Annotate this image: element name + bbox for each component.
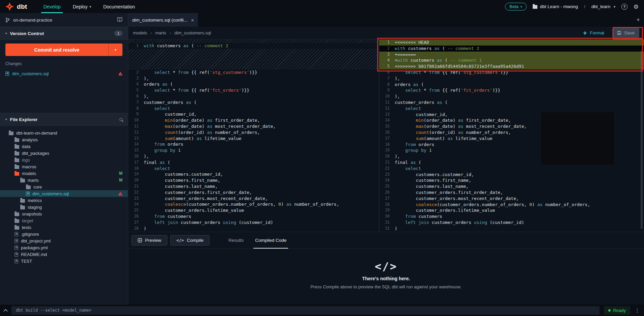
tree-item-dbt-packages[interactable]: dbt_packages xyxy=(0,150,128,156)
kebab-menu-icon[interactable]: ⋮ xyxy=(635,307,640,314)
code-line[interactable]: 1+<<<<<<< HEAD xyxy=(379,39,644,46)
code-line[interactable]: 6), xyxy=(128,93,379,99)
project-selector[interactable]: dbt_learn ▾ xyxy=(591,4,615,9)
code-line[interactable]: 7customer_orders as ( xyxy=(128,99,379,106)
preview-button[interactable]: Preview xyxy=(132,235,167,246)
close-icon[interactable]: × xyxy=(191,17,194,23)
help-icon[interactable]: ? xyxy=(621,4,627,10)
breadcrumb-item[interactable]: dim_customers.sql xyxy=(174,30,211,35)
code-line[interactable]: 22 select xyxy=(379,166,644,172)
code-line[interactable]: 26 customer_orders.first_order_date, xyxy=(379,190,644,196)
tree-item-analysis[interactable]: analysis xyxy=(0,136,128,143)
tab-compiled-code[interactable]: Compiled Code xyxy=(249,232,292,249)
tree-item-metrics[interactable]: metrics xyxy=(0,197,128,204)
code-line[interactable]: 5+>>>>>>> b81f802a66fd544504c65721e3ffaa… xyxy=(379,63,644,69)
tree-item-core[interactable]: core xyxy=(0,183,128,190)
nav-item-develop[interactable]: Develop xyxy=(37,0,66,13)
code-line[interactable]: 1with customers as ( -- comment 2 xyxy=(128,43,379,49)
editor-scrollbar[interactable] xyxy=(641,50,643,229)
tree-item-data[interactable]: data xyxy=(0,143,128,150)
code-line[interactable]: 19 customers.customer_id, xyxy=(128,171,379,177)
code-line[interactable]: 27 customer_orders.most_recent_order_dat… xyxy=(379,196,644,202)
code-line[interactable]: 18 select xyxy=(128,166,379,172)
tree-item-marts[interactable]: martsM xyxy=(0,177,128,183)
tab-dim-customers[interactable]: dim_customers.sql (confli... × xyxy=(128,13,198,27)
code-line[interactable]: 16), xyxy=(128,153,379,160)
save-button[interactable]: Save xyxy=(612,28,639,38)
code-line[interactable]: 2with customers as ( -- comment 2 xyxy=(379,46,644,52)
code-line[interactable]: 28 coalesce(customer_orders.number_of_or… xyxy=(379,202,644,208)
search-icon[interactable] xyxy=(119,118,122,121)
commit-options-chevron[interactable]: ▾ xyxy=(108,44,122,56)
dbt-logo[interactable]: dbt xyxy=(5,0,27,13)
code-line[interactable]: 15 group by 1 xyxy=(128,147,379,153)
command-input[interactable] xyxy=(11,306,599,315)
tree-item--gitignore[interactable]: .gitignore xyxy=(0,231,128,237)
tree-item-staging[interactable]: staging xyxy=(0,204,128,210)
breadcrumb-item[interactable]: models xyxy=(133,30,147,35)
file-explorer-header[interactable]: ▾ File Explorer xyxy=(0,113,128,126)
code-line[interactable]: 29 customer_orders.lifetime_value xyxy=(379,207,644,213)
code-line[interactable]: 11 max(order_date) as most_recent_order_… xyxy=(128,123,379,130)
tree-item-dbt-learn-on-demand[interactable]: dbt-learn-on-demand xyxy=(0,130,128,136)
code-line[interactable]: 24 customers.first_name, xyxy=(379,177,644,183)
code-line[interactable]: 28) xyxy=(128,226,379,232)
code-line[interactable]: 14 from orders xyxy=(128,141,379,147)
code-line[interactable]: 3), xyxy=(128,76,379,82)
code-line[interactable]: 4+with customers as ( -- comment 1 xyxy=(379,57,644,63)
format-button[interactable]: Format xyxy=(583,30,604,35)
code-line[interactable]: 6 select * from {{ ref('stg_customers')}… xyxy=(379,69,644,76)
code-line[interactable]: 8 select xyxy=(128,106,379,112)
tree-item-models[interactable]: modelsM xyxy=(0,170,128,177)
code-line[interactable]: 12 select xyxy=(379,106,644,112)
code-line[interactable]: 9 select * from {{ ref('fct_orders')}} xyxy=(379,87,644,93)
account-selector[interactable]: dbt Learn - mwong xyxy=(533,4,578,9)
branch-selector[interactable]: on-demand-practice xyxy=(0,13,128,27)
docs-button[interactable] xyxy=(117,17,122,23)
version-control-header[interactable]: ▾ Version Control 1 xyxy=(0,27,128,40)
code-line[interactable]: 20 customers.first_name, xyxy=(128,177,379,183)
code-line[interactable]: 25 customers.last_name, xyxy=(379,183,644,190)
code-line[interactable]: 26 from customers xyxy=(128,213,379,220)
nav-item-documentation[interactable]: Documentation xyxy=(97,0,141,13)
code-line[interactable]: 10 min(order_date) as first_order_date, xyxy=(128,117,379,123)
commit-and-resolve-button[interactable]: Commit and resolve ▾ xyxy=(5,44,122,56)
compile-button[interactable]: </> Compile xyxy=(170,235,209,246)
code-line[interactable]: 31 left join customer_orders using (cust… xyxy=(379,220,644,226)
code-line[interactable]: 24 coalesce(customer_orders.number_of_or… xyxy=(128,201,379,207)
code-line[interactable]: 32) xyxy=(379,226,644,232)
code-line[interactable]: 27 left join customer_orders using (cust… xyxy=(128,220,379,226)
code-line[interactable]: 23 customer_orders.most_recent_order_dat… xyxy=(128,196,379,202)
code-line[interactable]: 4orders as ( xyxy=(128,81,379,87)
code-line[interactable]: 5 select * from {{ ref('fct_orders')}} xyxy=(128,87,379,93)
code-line[interactable]: 30 from customers xyxy=(379,213,644,220)
chevron-up-icon[interactable] xyxy=(3,309,8,313)
gear-icon[interactable]: ⚙ xyxy=(634,3,639,10)
tree-item-test[interactable]: TEST xyxy=(0,258,128,264)
tree-item-dbt-project-yml[interactable]: dbt_project.yml xyxy=(0,237,128,244)
code-line[interactable]: 9 customer_id, xyxy=(128,111,379,117)
changed-file-row[interactable]: dim_customers.sql xyxy=(5,70,122,77)
code-line[interactable]: 13 sum(amount) as lifetime_value xyxy=(128,136,379,142)
tree-item-dim-customers-sql[interactable]: dim_customers.sql xyxy=(0,190,128,197)
breadcrumb-item[interactable]: marts xyxy=(155,30,166,35)
code-line[interactable]: 17final as ( xyxy=(128,160,379,166)
code-line[interactable]: 2 select * from {{ ref('stg_customers')}… xyxy=(128,69,379,76)
tree-item-logs[interactable]: logs xyxy=(0,156,128,163)
code-line[interactable]: 22 customer_orders.first_order_date, xyxy=(128,190,379,196)
code-line[interactable]: 3+======= xyxy=(379,52,644,58)
code-line[interactable]: 10), xyxy=(379,93,644,99)
code-line[interactable]: 7), xyxy=(379,76,644,82)
beta-badge[interactable]: Beta ▾ xyxy=(505,3,526,10)
code-line[interactable]: 25 customer_orders.lifetime_value xyxy=(128,207,379,213)
new-tab-button[interactable]: + xyxy=(636,13,640,27)
tab-results[interactable]: Results xyxy=(223,232,249,249)
editor-left-pane[interactable]: 1with customers as ( -- comment 22 selec… xyxy=(128,39,379,232)
nav-item-deploy[interactable]: Deploy▾ xyxy=(67,0,97,13)
tree-item-readme-md[interactable]: README.md xyxy=(0,251,128,258)
code-line[interactable]: 11customer_orders as ( xyxy=(379,99,644,106)
code-line[interactable]: 21 customers.last_name, xyxy=(128,183,379,190)
tree-item-packages-yml[interactable]: packages.yml xyxy=(0,244,128,251)
tree-item-macros[interactable]: macros xyxy=(0,163,128,170)
code-line[interactable]: 8orders as ( xyxy=(379,82,644,88)
